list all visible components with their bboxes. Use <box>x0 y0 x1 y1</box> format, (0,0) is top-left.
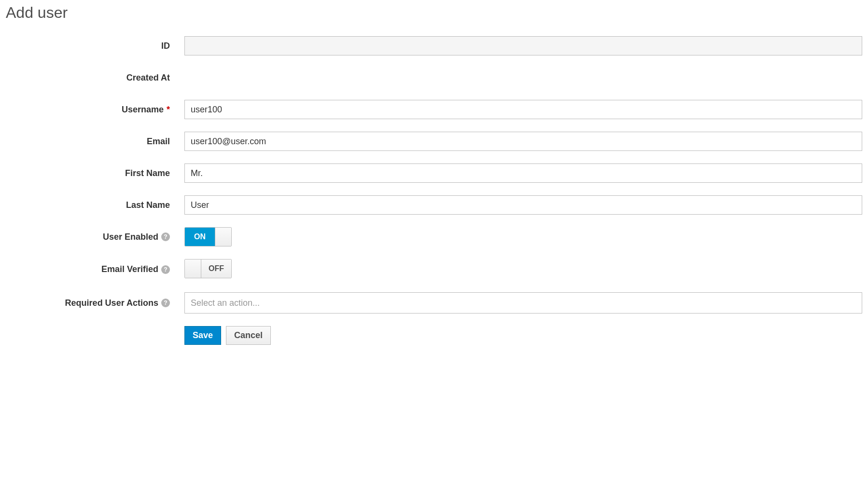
user-enabled-toggle[interactable]: ON <box>184 227 232 246</box>
required-user-actions-select[interactable]: Select an action... <box>184 292 862 314</box>
help-icon[interactable]: ? <box>161 299 170 307</box>
save-button[interactable]: Save <box>184 326 221 345</box>
toggle-on-label: ON <box>185 228 215 246</box>
email-verified-toggle[interactable]: OFF <box>184 259 232 278</box>
toggle-handle <box>215 228 231 246</box>
email-verified-label: Email Verified ? <box>6 264 184 274</box>
required-marker: * <box>167 105 170 115</box>
last-name-input[interactable] <box>184 195 862 215</box>
toggle-off-label: OFF <box>201 259 231 278</box>
first-name-input[interactable] <box>184 164 862 183</box>
required-user-actions-label: Required User Actions ? <box>6 298 184 308</box>
user-enabled-label: User Enabled ? <box>6 232 184 242</box>
username-label: Username * <box>6 105 184 115</box>
cancel-button[interactable]: Cancel <box>226 326 271 345</box>
username-input[interactable] <box>184 100 862 119</box>
toggle-handle <box>185 259 201 278</box>
created-at-label: Created At <box>6 73 184 83</box>
email-label: Email <box>6 136 184 147</box>
first-name-label: First Name <box>6 168 184 178</box>
last-name-label: Last Name <box>6 200 184 210</box>
help-icon[interactable]: ? <box>161 265 170 274</box>
page-title: Add user <box>6 4 862 22</box>
id-label: ID <box>6 41 184 51</box>
help-icon[interactable]: ? <box>161 232 170 241</box>
email-input[interactable] <box>184 132 862 151</box>
id-input <box>184 36 862 55</box>
